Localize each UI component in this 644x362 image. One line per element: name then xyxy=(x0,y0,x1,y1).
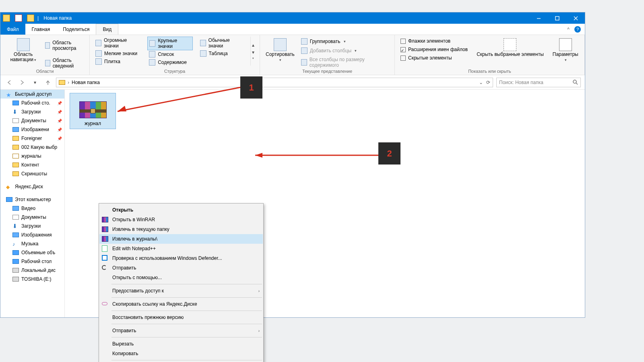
layout-lg[interactable]: Крупные значки xyxy=(147,37,192,50)
sidebar-label: Музыка xyxy=(21,241,38,247)
sidebar-item-screenshots[interactable]: Скриншоты xyxy=(0,169,64,178)
help-icon[interactable]: ? xyxy=(574,26,581,33)
tab-file[interactable]: Файл xyxy=(0,24,25,35)
ctx-open-with[interactable]: Открыть с помощью... xyxy=(99,273,263,282)
sidebar-quick-access[interactable]: ★Быстрый доступ xyxy=(0,90,64,99)
maximize-button[interactable] xyxy=(548,12,566,24)
group-label: Показать или скрыть xyxy=(395,69,584,74)
ctx-extract-here[interactable]: Извлечь в текущую папку xyxy=(99,224,263,234)
sidebar-item-localdisk[interactable]: Локальный дис xyxy=(0,266,64,275)
ctx-copy-yandex-link[interactable]: Скопировать ссылку на Яндекс.Диске xyxy=(99,299,263,309)
sidebar-item-music[interactable]: ♪Музыка xyxy=(0,239,64,248)
layout-content[interactable]: Содержимое xyxy=(147,58,192,66)
layout-xl[interactable]: Огромные значки xyxy=(94,37,142,49)
checkboxes-label: Флажки элементов xyxy=(408,38,450,44)
extensions-toggle[interactable]: Расширения имен файлов xyxy=(399,46,469,53)
layout-list[interactable]: Список xyxy=(147,50,192,58)
qat-icon-folder[interactable] xyxy=(27,14,34,22)
ctx-cut[interactable]: Вырезать xyxy=(99,339,263,349)
layout-more[interactable]: ▴▾▾ xyxy=(250,37,256,66)
sidebar-item-downloads2[interactable]: ⬇Загрузки xyxy=(0,222,64,230)
sidebar-item-desktop2[interactable]: Рабочий стол xyxy=(0,257,64,266)
forward-button[interactable] xyxy=(17,78,27,87)
hide-selected-button[interactable]: Скрыть выбранные элементы xyxy=(475,37,545,64)
sidebar-item-pictures[interactable]: Изображени📌 xyxy=(0,125,64,134)
checkboxes-toggle[interactable]: Флажки элементов xyxy=(399,37,469,45)
sort-label: Сортировать xyxy=(266,51,295,57)
search-input[interactable]: Поиск: Новая папка xyxy=(496,78,581,87)
ctx-copy[interactable]: Копировать xyxy=(99,349,263,358)
sidebar-item-documents2[interactable]: Документы xyxy=(0,213,64,222)
sidebar-item-toshiba[interactable]: TOSHIBA (E:) xyxy=(0,275,64,284)
options-button[interactable]: Параметры▾ xyxy=(551,37,580,64)
details-pane-button[interactable]: Область сведений xyxy=(43,57,85,70)
layout-tiles[interactable]: Плитка xyxy=(94,58,142,66)
sidebar-label: Загрузки xyxy=(21,109,41,115)
breadcrumb[interactable]: Новая папка xyxy=(72,80,100,85)
ctx-open-winrar[interactable]: Открыть в WinRAR xyxy=(99,215,263,224)
nav-pane-button[interactable]: Область навигации▾ xyxy=(4,37,42,70)
sort-button[interactable]: Сортировать▾ xyxy=(264,37,296,69)
ctx-open[interactable]: Открыть xyxy=(99,205,263,215)
sidebar-item-pictures2[interactable]: Изображения xyxy=(0,230,64,239)
sidebar-yandex-disk[interactable]: ◆Яндекс.Диск xyxy=(0,182,64,191)
chevron-down-icon[interactable]: ⌄ xyxy=(479,80,483,85)
sidebar-item-documents[interactable]: Документы📌 xyxy=(0,116,64,125)
ctx-send2[interactable]: Отправить› xyxy=(99,326,263,335)
ctx-defender[interactable]: Проверка с использованием Windows Defend… xyxy=(99,253,263,263)
close-button[interactable] xyxy=(566,12,585,24)
sidebar-item-3d[interactable]: Объемные объ xyxy=(0,248,64,257)
ctx-share[interactable]: Предоставить доступ к› xyxy=(99,286,263,296)
tab-view[interactable]: Вид xyxy=(96,24,118,35)
group-button[interactable]: Группировать▾ xyxy=(299,37,390,45)
nav-pane-label: Область навигации xyxy=(10,51,33,62)
desktop-icon xyxy=(12,101,19,105)
tab-share[interactable]: Поделиться xyxy=(56,24,96,35)
sidebar-item-desktop[interactable]: Рабочий сто.📌 xyxy=(0,99,64,107)
tab-home[interactable]: Главная xyxy=(25,24,57,35)
qat-icon[interactable] xyxy=(3,14,10,22)
sidebar-this-pc[interactable]: Этот компьютер xyxy=(0,195,64,204)
sidebar-item-content[interactable]: Контент xyxy=(0,160,64,169)
sidebar-item-video[interactable]: Видео xyxy=(0,204,64,213)
ctx-label: Извлечь в журналы\ xyxy=(112,236,157,242)
chevron-down-icon: ▾ xyxy=(344,39,346,43)
ctx-notepad[interactable]: Edit with Notepad++ xyxy=(99,244,263,253)
ctx-extract-to[interactable]: Извлечь в журналы\ xyxy=(99,234,263,244)
size-columns-button[interactable]: Все столбцы по размеру содержимого xyxy=(299,56,390,69)
folder-icon xyxy=(12,154,19,158)
layout-md[interactable]: Обычные значки xyxy=(198,37,245,49)
sidebar-item-downloads[interactable]: ⬇Загрузки📌 xyxy=(0,107,64,116)
minimize-button[interactable] xyxy=(529,12,548,24)
pin-icon: 📌 xyxy=(57,119,62,123)
refresh-icon[interactable]: ⟳ xyxy=(486,80,490,85)
preview-pane-button[interactable]: Область просмотра xyxy=(43,39,85,52)
folder-icon xyxy=(59,80,65,85)
qat-icon[interactable] xyxy=(15,14,22,22)
sidebar-item-foreigner[interactable]: Foreigner📌 xyxy=(0,134,64,143)
ctx-restore[interactable]: Восстановить прежнюю версию xyxy=(99,313,263,322)
recent-button[interactable]: ▾ xyxy=(30,78,40,87)
ctx-send[interactable]: Отправить xyxy=(99,263,263,273)
up-button[interactable] xyxy=(43,78,53,87)
sidebar-label: Скриншоты xyxy=(21,171,47,177)
defender-icon xyxy=(102,255,107,261)
icons-icon xyxy=(95,50,102,57)
add-columns-button[interactable]: Добавить столбцы▾ xyxy=(299,47,390,55)
collapse-ribbon-icon[interactable]: ^ xyxy=(564,24,573,35)
sidebar-item-journals[interactable]: журналы xyxy=(0,152,64,160)
link-icon xyxy=(102,302,107,305)
nav-pane-icon xyxy=(17,38,30,51)
sidebar-label: журналы xyxy=(21,153,41,159)
back-button[interactable] xyxy=(4,78,14,87)
sidebar-item-002[interactable]: 002 Какую выбр xyxy=(0,143,64,152)
preview-pane-icon xyxy=(45,42,50,49)
content-icon xyxy=(149,59,155,66)
hidden-toggle[interactable]: Скрытые элементы xyxy=(399,54,469,62)
layout-sm[interactable]: Мелкие значки xyxy=(94,49,142,58)
layout-label: Таблица xyxy=(209,51,228,56)
sidebar-label: Foreigner xyxy=(21,136,42,141)
details-pane-label: Область сведений xyxy=(53,58,84,69)
address-input[interactable]: › Новая папка ⌄ ⟳ xyxy=(56,78,493,87)
layout-table[interactable]: Таблица xyxy=(198,49,245,58)
